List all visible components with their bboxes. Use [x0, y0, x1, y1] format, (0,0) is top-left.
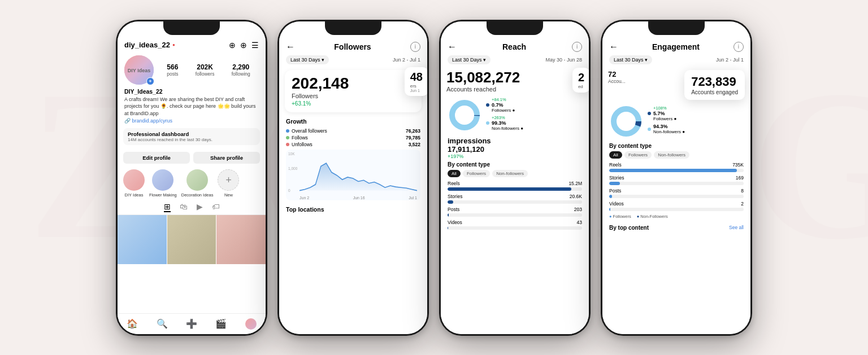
tab-add[interactable]: ➕	[177, 316, 206, 332]
followers-stat-card: 202,148 Followers +63.1%	[285, 70, 422, 112]
svg-point-4	[452, 103, 477, 128]
reach-tooltip: 2 ed	[572, 68, 589, 93]
avatar-plus[interactable]: +	[146, 77, 154, 85]
legend-follows: Follows 79,785	[286, 135, 420, 141]
photo-1[interactable]	[118, 215, 167, 264]
filter-followers[interactable]: Followers	[463, 170, 490, 177]
followers-screen: ← Followers i Last 30 Days ▾ Jun 2 - Jul…	[279, 21, 427, 334]
tab-reels[interactable]: 🎬	[206, 316, 236, 332]
reach-donut-legend: +84.1% 0.7% Followers ● +263% 99.3%	[486, 97, 582, 133]
engagement-donut	[609, 104, 643, 138]
tab-shop[interactable]: 🛍	[180, 202, 188, 212]
tab-home[interactable]: 🏠	[118, 316, 147, 332]
bar-posts: Posts 203	[448, 207, 582, 217]
notch	[325, 21, 381, 35]
reach-big-stat: 15,082,272 Accounts reached	[441, 68, 589, 95]
tab-profile[interactable]	[236, 316, 266, 332]
date-filter[interactable]: Last 30 Days ▾	[286, 55, 329, 64]
notch	[163, 21, 220, 35]
photo-3[interactable]	[216, 215, 266, 264]
profile-username: diy_ideas_22 ●	[124, 41, 175, 49]
impressions-section: impressions 17,911,120 +197%	[441, 135, 589, 159]
page-container: ZIG ZAG diy_ideas_22 ● ⊕ ⊕	[0, 0, 868, 355]
engagement-content-type: By content type All Followers Non-follow…	[602, 141, 750, 221]
filter-row: Last 30 Days ▾ May 30 - Jun 28	[441, 54, 589, 68]
reach-donut-section: +84.1% 0.7% Followers ● +263% 99.3%	[441, 95, 589, 135]
legend-overall: Overall followers 76,263	[286, 128, 420, 134]
big-stat-area: 202,148 Followers +63.1% 48 ers Jun 1	[279, 70, 427, 112]
stats-nums: 566 posts 202K followers 2,290 following	[158, 63, 259, 77]
profile-header-icons: ⊕ ⊕ ☰	[229, 41, 259, 50]
filter-all[interactable]: All	[448, 170, 461, 177]
eng-bar-videos: Videos 2	[609, 201, 744, 211]
tab-video[interactable]: ▶	[197, 202, 203, 212]
engagement-screen: ← Engagement i Last 30 Days ▾ Jun 2 - Ju…	[602, 21, 750, 334]
date-filter[interactable]: Last 30 Days ▾	[448, 55, 491, 64]
svg-point-6	[614, 109, 639, 134]
filter-all[interactable]: All	[609, 151, 622, 159]
avatar: DIY Ideas +	[124, 55, 154, 85]
highlight-diy[interactable]: DIY Ideas	[123, 169, 145, 198]
engagement-donut-section: +108% 5.7% Followers ● 94.3% Non-followe…	[602, 102, 750, 141]
filter-followers[interactable]: Followers	[624, 151, 652, 159]
bar-reels: Reels 15.2M	[448, 181, 582, 191]
filter-nonfollowers[interactable]: Non-followers	[654, 151, 689, 159]
highlights-row: DIY Ideas Flower Making Decoration Ideas…	[118, 167, 266, 200]
chart-x-labels: Jun 2 Jun 16 Jul 1	[300, 196, 417, 200]
date-filter[interactable]: Last 30 Days ▾	[609, 55, 652, 64]
share-profile-button[interactable]: Share profile	[193, 152, 260, 164]
tab-tag[interactable]: 🏷	[212, 202, 220, 212]
profile-name: DIY_Ideas_22	[118, 88, 266, 96]
profile-btns: Edit profile Share profile	[118, 148, 266, 167]
growth-legend: Overall followers 76,263 Follows 79,785	[286, 128, 420, 147]
info-icon[interactable]: i	[734, 42, 744, 52]
edit-profile-button[interactable]: Edit profile	[123, 152, 190, 164]
analytics-header: ← Followers i	[279, 37, 427, 54]
eng-bar-reels: Reels 735K	[609, 162, 744, 172]
followers-chart: 10K 1,000 0	[286, 150, 420, 200]
highlight-flower[interactable]: Flower Making	[149, 169, 177, 198]
phone-engagement: ← Engagement i Last 30 Days ▾ Jun 2 - Ju…	[601, 20, 752, 336]
growth-section: Overall followers 76,263 Follows 79,785	[279, 126, 427, 203]
phone-followers: ← Followers i Last 30 Days ▾ Jun 2 - Jul…	[277, 20, 429, 336]
back-button[interactable]: ←	[286, 42, 295, 52]
filter-row: Last 30 Days ▾ Jun 2 - Jul 1	[602, 54, 750, 68]
svg-text:DIY Ideas: DIY Ideas	[128, 68, 150, 73]
back-button[interactable]: ←	[609, 42, 618, 52]
highlight-new[interactable]: + New	[218, 169, 239, 198]
stat-posts: 566 posts	[167, 63, 178, 77]
profile-stats-row: DIY Ideas + 566 posts 202K followers	[118, 52, 266, 88]
add-icon[interactable]: ⊕	[240, 41, 247, 50]
info-icon[interactable]: i	[410, 42, 420, 52]
bottom-tab-bar: 🏠 🔍 ➕ 🎬	[118, 313, 266, 334]
analytics-header: ← Engagement i	[602, 37, 750, 54]
status-dot: ●	[172, 42, 175, 47]
engagement-donut-legend: +108% 5.7% Followers ● 94.3% Non-followe…	[648, 106, 744, 137]
tab-grid[interactable]: ⊞	[164, 202, 171, 212]
filter-nonfollowers[interactable]: Non-followers	[492, 170, 528, 177]
by-top-content-row: By top content See all	[602, 221, 750, 232]
bar-stories: Stories 20.6K	[448, 194, 582, 204]
highlight-decoration[interactable]: Decoration Ideas	[181, 169, 214, 198]
eng-bar-posts: Posts 8	[609, 188, 744, 198]
threads-icon[interactable]: ⊕	[229, 41, 236, 50]
filter-row: Last 30 Days ▾ Jun 2 - Jul 1	[279, 54, 427, 68]
analytics-header: ← Reach i	[441, 37, 589, 54]
dashboard-box: Professional dashboard 14M accounts reac…	[123, 128, 260, 145]
notch	[487, 21, 543, 35]
notch	[648, 21, 705, 35]
profile-link[interactable]: 🔗 brandid.app/cyrus	[118, 117, 266, 125]
info-icon[interactable]: i	[572, 42, 582, 52]
followers-tooltip: 48 ers Jun 1	[405, 67, 427, 96]
engagement-stat-area: 72 Accou... 723,839 Accounts engaged	[602, 68, 750, 102]
phone-profile: diy_ideas_22 ● ⊕ ⊕ ☰	[116, 20, 267, 336]
photo-2[interactable]	[167, 215, 216, 264]
chart-legend: ● Followers ● Non-Followers	[609, 214, 744, 219]
legend-unfollows: Unfollows 3,522	[286, 142, 420, 147]
back-button[interactable]: ←	[448, 42, 457, 52]
grid-tab-bar: ⊞ 🛍 ▶ 🏷	[118, 200, 266, 215]
engagement-tooltip: 723,839 Accounts engaged	[684, 70, 745, 100]
menu-icon[interactable]: ☰	[251, 41, 259, 50]
phones-row: diy_ideas_22 ● ⊕ ⊕ ☰	[99, 8, 769, 347]
tab-search[interactable]: 🔍	[147, 316, 176, 332]
